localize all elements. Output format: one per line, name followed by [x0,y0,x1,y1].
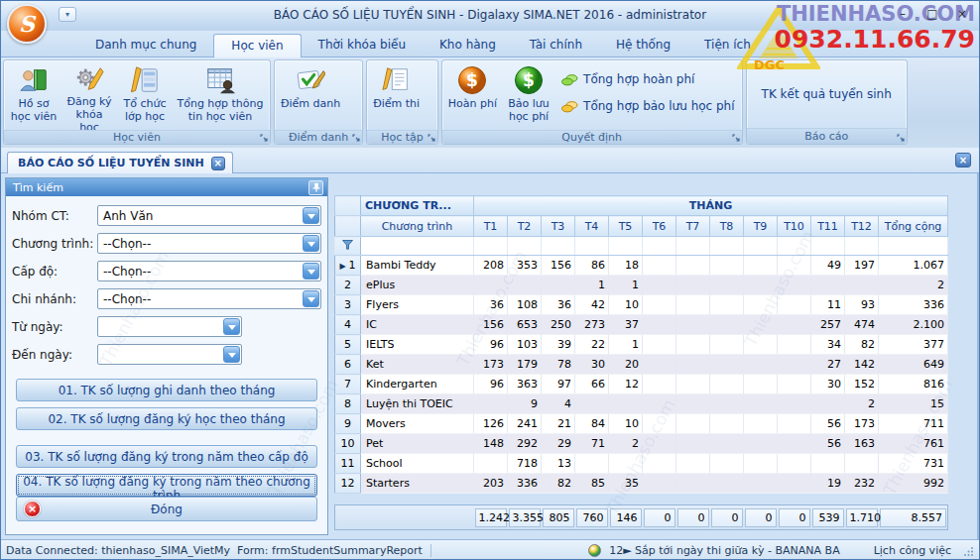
value-cell[interactable]: 56 [811,414,845,434]
program-name-cell[interactable]: IELTS [361,335,474,355]
value-cell[interactable] [643,295,676,315]
value-cell[interactable] [710,315,744,335]
value-cell[interactable]: 30 [811,375,845,394]
program-name-cell[interactable]: Bambi Teddy [361,256,474,276]
value-cell[interactable] [676,414,710,434]
row-indicator[interactable]: 5 [335,335,361,355]
value-cell[interactable]: 21 [542,414,575,434]
report-button-02-tk-so-luong-dang-ky-hoc-theo-than[interactable]: 02. TK số lượng đăng ký học theo tháng [16,407,317,430]
value-cell[interactable]: 156 [474,315,508,335]
value-cell[interactable] [676,355,710,375]
combo-den-ngay[interactable] [97,344,242,365]
value-cell[interactable]: 108 [508,295,542,315]
value-cell[interactable]: 179 [508,355,542,375]
value-cell[interactable]: 13 [542,454,575,474]
value-cell[interactable]: 731 [879,454,948,474]
program-name-cell[interactable]: Luyện thi TOEIC [361,394,474,414]
value-cell[interactable]: 96 [474,375,508,394]
row-indicator[interactable]: 4 [335,315,361,335]
value-cell[interactable]: 142 [845,355,879,375]
value-cell[interactable] [778,454,811,474]
combo-chi-nhanh[interactable]: --Chọn-- [97,288,321,309]
combo-cap-do[interactable]: --Chọn-- [97,261,321,281]
column-header-t9[interactable]: T9 [744,216,778,237]
value-cell[interactable] [744,256,778,276]
value-cell[interactable]: 78 [542,355,575,375]
value-cell[interactable]: 10 [609,414,643,434]
filter-cell[interactable] [643,237,676,256]
filter-cell[interactable] [811,237,845,256]
value-cell[interactable]: 241 [508,414,542,434]
row-indicator[interactable]: 10 [335,434,361,454]
value-cell[interactable] [643,375,676,394]
value-cell[interactable]: 1 [609,276,643,295]
ribbon-button-tong-hop-thong-tin-hoc-vien[interactable]: Tổng hợp thông tin học viên [174,62,267,128]
value-cell[interactable]: 86 [575,256,609,276]
column-header-t6[interactable]: T6 [643,216,676,237]
value-cell[interactable] [744,355,778,375]
filter-cell[interactable] [575,237,609,256]
chevron-down-icon[interactable] [303,263,319,280]
value-cell[interactable]: 4 [542,394,575,414]
value-cell[interactable] [643,276,676,295]
column-header-t7[interactable]: T7 [676,216,710,237]
row-indicator[interactable]: 3 [335,295,361,315]
ribbon-button-hoan-phi[interactable]: $Hoàn phí [445,62,500,128]
value-cell[interactable]: 19 [811,474,845,494]
value-cell[interactable]: 36 [542,295,575,315]
value-cell[interactable]: 152 [845,375,879,394]
menu-tab-danh-muc-chung[interactable]: Danh mục chung [78,34,213,56]
filter-cell[interactable] [879,237,948,256]
value-cell[interactable]: 2 [845,394,879,414]
value-cell[interactable]: 257 [811,315,845,335]
report-button-03-tk-so-luong-dang-ky-trong-nam-the[interactable]: 03. TK số lượng đăng ký trong năm theo c… [16,445,317,468]
value-cell[interactable]: 173 [845,414,879,434]
value-cell[interactable] [575,454,609,474]
value-cell[interactable]: 42 [575,295,609,315]
value-cell[interactable]: 336 [879,295,948,315]
ribbon-button-to-chuc-lop-hoc[interactable]: Tổ chức lớp học [118,62,172,128]
document-tab-close-icon[interactable]: × [211,157,225,170]
value-cell[interactable]: 93 [845,295,879,315]
combo-nhom-ct[interactable]: Anh Văn [97,205,321,226]
value-cell[interactable]: 718 [508,454,542,474]
value-cell[interactable] [542,276,575,295]
program-name-cell[interactable]: School [361,454,474,474]
value-cell[interactable] [744,414,778,434]
program-name-cell[interactable]: Kindergarten [361,375,474,394]
value-cell[interactable] [778,414,811,434]
value-cell[interactable]: 711 [879,414,948,434]
report-button-01-tk-so-luong-ghi-danh-theo-thang[interactable]: 01. TK số lượng ghi danh theo tháng [16,379,317,401]
menu-tab-tien-ich[interactable]: Tiện ích [687,34,768,56]
value-cell[interactable]: 30 [575,355,609,375]
menu-tab-tai-chinh[interactable]: Tài chính [513,34,599,56]
value-cell[interactable]: 2.100 [879,315,948,335]
value-cell[interactable] [643,335,676,355]
value-cell[interactable] [643,256,676,276]
value-cell[interactable]: 49 [811,256,845,276]
row-indicator[interactable]: 2 [335,276,361,295]
value-cell[interactable] [744,474,778,494]
value-cell[interactable]: 22 [575,335,609,355]
value-cell[interactable]: 85 [575,474,609,494]
maximize-button[interactable]: □ [923,7,941,21]
ribbon-button-dang-ky-khoa-hoc[interactable]: Đăng ký khóa học [62,62,116,128]
ribbon-button-tk-ket-qua-tuyen-sinh[interactable]: TK kết quả tuyển sinh [750,79,904,109]
value-cell[interactable] [710,414,744,434]
value-cell[interactable] [744,295,778,315]
value-cell[interactable]: 163 [845,434,879,454]
value-cell[interactable] [710,394,744,414]
chevron-down-icon[interactable] [303,290,319,307]
value-cell[interactable] [778,394,811,414]
value-cell[interactable]: 11 [811,295,845,315]
dialog-launcher-icon[interactable] [732,134,740,142]
value-cell[interactable] [609,454,643,474]
ribbon-button-tong-hop-hoan-phi[interactable]: Tổng hợp hoàn phí [561,72,735,86]
value-cell[interactable] [676,295,710,315]
value-cell[interactable]: 273 [575,315,609,335]
value-cell[interactable]: 27 [811,355,845,375]
value-cell[interactable] [744,276,778,295]
column-header-total[interactable]: Tổng cộng [879,216,948,237]
value-cell[interactable] [676,434,710,454]
quick-access-dropdown-icon[interactable]: ▾ [59,7,76,22]
